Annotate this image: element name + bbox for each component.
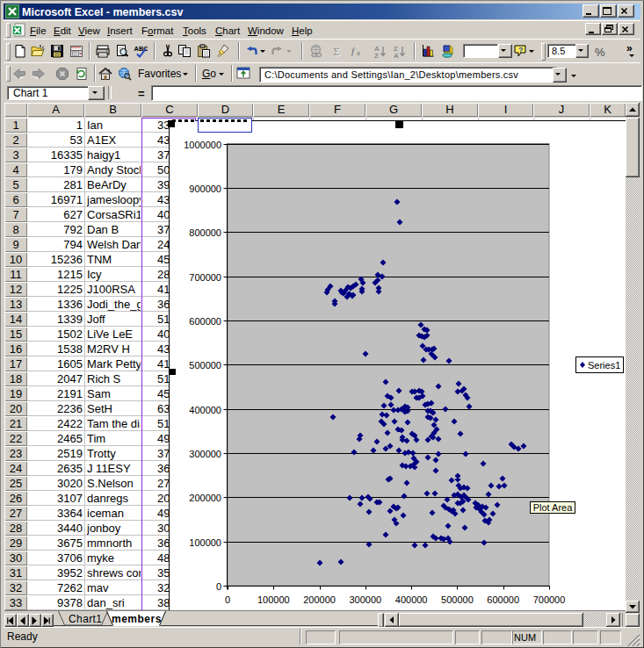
svg-text:%: % (595, 46, 605, 59)
svg-text:x: x (356, 48, 360, 57)
svg-text:700000: 700000 (533, 594, 566, 605)
svg-text:400000: 400000 (395, 594, 428, 605)
svg-text:400000: 400000 (189, 405, 221, 415)
svg-text:500000: 500000 (189, 360, 221, 371)
svg-text:ABC: ABC (134, 45, 148, 53)
svg-text:200000: 200000 (189, 493, 221, 503)
svg-text:800000: 800000 (189, 227, 221, 238)
svg-text:f: f (351, 46, 356, 56)
svg-text:600000: 600000 (189, 316, 221, 327)
svg-text:Σ: Σ (334, 46, 340, 58)
svg-text:1000000: 1000000 (184, 140, 221, 150)
svg-text:900000: 900000 (189, 184, 221, 194)
svg-text:300000: 300000 (349, 594, 381, 605)
svg-text:0: 0 (225, 594, 230, 605)
svg-text:500000: 500000 (441, 594, 474, 605)
svg-text:200000: 200000 (303, 594, 336, 605)
svg-text:Z: Z (374, 52, 379, 59)
svg-text:700000: 700000 (189, 272, 221, 283)
svg-text:300000: 300000 (189, 449, 221, 459)
svg-text:100000: 100000 (257, 594, 290, 605)
svg-text:?: ? (518, 46, 524, 54)
svg-text:Series1: Series1 (588, 360, 620, 371)
svg-text:0: 0 (216, 581, 221, 592)
svg-text:100000: 100000 (189, 537, 221, 548)
svg-text:A: A (394, 52, 399, 59)
svg-text:600000: 600000 (487, 594, 519, 605)
